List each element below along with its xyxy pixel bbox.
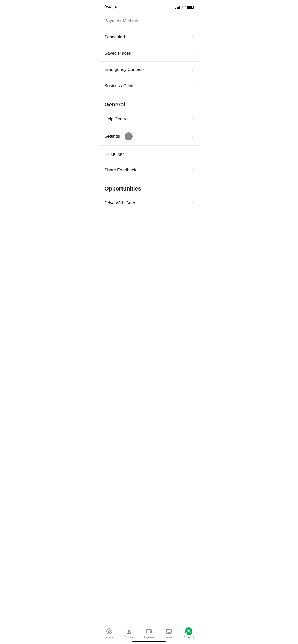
help-centre-label: Help Centre (104, 116, 128, 122)
status-time: 9:41 ➤ (104, 5, 117, 10)
chevron-icon: › (192, 83, 194, 89)
settings-toggle[interactable] (125, 132, 133, 140)
scheduled-label: Scheduled (104, 35, 125, 40)
general-heading: General (104, 101, 125, 108)
status-bar: 9:41 ➤ (99, 0, 199, 13)
general-section-header: General (99, 94, 199, 111)
opportunities-section-header: Opportunities (99, 178, 199, 195)
menu-item-business-centre[interactable]: Business Centre › (99, 78, 199, 94)
menu-item-drive-with-grab[interactable]: Drive With Grab › (99, 195, 199, 211)
chevron-icon: › (192, 51, 194, 56)
settings-label: Settings (104, 134, 120, 139)
status-icons (175, 5, 194, 9)
chevron-icon: › (192, 116, 194, 122)
payment-methods-label: Payment Methods (104, 18, 139, 23)
menu-item-language[interactable]: Language › (99, 146, 199, 162)
menu-item-share-feedback[interactable]: Share Feedback › (99, 162, 199, 178)
settings-left: Settings (104, 132, 133, 140)
battery-icon (187, 6, 194, 9)
location-arrow-icon: ➤ (114, 5, 117, 9)
language-label: Language (104, 151, 124, 156)
drive-with-grab-label: Drive With Grab (104, 201, 135, 206)
signal-icon (175, 5, 180, 9)
menu-item-emergency-contacts[interactable]: Emergency Contacts › (99, 62, 199, 78)
chevron-icon: › (192, 151, 194, 156)
business-centre-label: Business Centre (104, 83, 136, 89)
chevron-icon: › (192, 34, 194, 40)
chevron-icon: › (192, 134, 194, 139)
chevron-icon: › (192, 200, 194, 206)
menu-item-saved-places[interactable]: Saved Places › (99, 45, 199, 62)
menu-item-payment-methods[interactable]: Payment Methods › (99, 13, 199, 29)
menu-item-help-centre[interactable]: Help Centre › (99, 111, 199, 127)
opportunities-heading: Opportunities (104, 185, 141, 192)
saved-places-label: Saved Places (104, 51, 131, 56)
chevron-icon: › (192, 18, 194, 23)
content-wrapper: Payment Methods › Scheduled › Saved Plac… (99, 13, 199, 237)
share-feedback-label: Share Feedback (104, 168, 136, 173)
menu-item-scheduled[interactable]: Scheduled › (99, 29, 199, 45)
chevron-icon: › (192, 67, 194, 72)
chevron-icon: › (192, 167, 194, 173)
emergency-contacts-label: Emergency Contacts (104, 67, 145, 72)
wifi-icon (182, 5, 186, 9)
menu-item-settings[interactable]: Settings › (99, 127, 199, 146)
